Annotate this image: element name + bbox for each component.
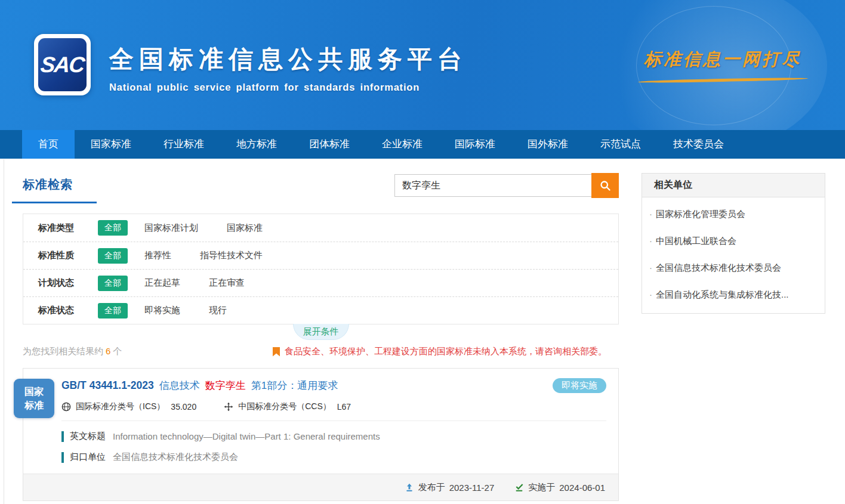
sac-logo[interactable]: SAC	[34, 34, 91, 95]
platform-subtitle: National public service platform for sta…	[109, 82, 467, 93]
filter-option[interactable]: 指导性技术文件	[200, 250, 263, 261]
standard-title-highlight[interactable]: 数字孪生	[205, 379, 246, 392]
type-badge-line2: 标准	[24, 398, 44, 412]
filter-label: 标准类型	[38, 222, 98, 234]
summary-prefix: 为您找到相关结果约	[23, 346, 103, 356]
sidebar-item-label: 国家标准化管理委员会	[656, 209, 745, 219]
bullet: ·	[649, 289, 652, 299]
nav-item-technical-committee[interactable]: 技术委员会	[657, 130, 740, 159]
standard-title-row: GB/T 43441.1-2023 信息技术 数字孪生 第1部分：通用要求 即将…	[61, 378, 606, 393]
main-nav: 首页 国家标准 行业标准 地方标准 团体标准 企业标准 国际标准 国外标准 示范…	[0, 130, 845, 159]
filter-option[interactable]: 国家标准计划	[144, 222, 198, 234]
system-notice: 食品安全、环境保护、工程建设方面的国家标准未纳入本系统，请咨询相关部委。	[273, 346, 619, 357]
status-badge: 即将实施	[553, 378, 606, 393]
platform-title: 全国标准信息公共服务平台	[109, 43, 467, 76]
ics-value: 35.020	[171, 402, 196, 412]
main-column: 标准检索 标准类型 全部 国家标准计	[23, 173, 619, 501]
card-footer: 发布于 2023-11-27 实施于 2024-06-01	[23, 474, 618, 500]
sidebar-item-label: 全国信息技术标准化技术委员会	[656, 262, 781, 273]
bullet: ·	[649, 236, 652, 246]
nav-item-group-standards[interactable]: 团体标准	[293, 130, 366, 159]
filter-option[interactable]: 现行	[209, 305, 227, 316]
summary-suffix: 个	[113, 346, 122, 356]
filter-option[interactable]: 正在起草	[144, 277, 180, 289]
bookmark-icon	[273, 347, 280, 357]
globe-icon	[61, 402, 71, 412]
nav-item-foreign-standards[interactable]: 国外标准	[511, 130, 584, 159]
nav-item-national-standards[interactable]: 国家标准	[75, 130, 147, 159]
standard-type-badge: 国家 标准	[14, 379, 54, 418]
committee-value: 全国信息技术标准化技术委员会	[113, 452, 238, 463]
sidebar-item-machinery-federation[interactable]: ·中国机械工业联合会	[642, 228, 825, 255]
standard-title-part[interactable]: 第1部分：通用要求	[251, 379, 338, 392]
filter-selected-all[interactable]: 全部	[98, 303, 128, 319]
summary-count: 6	[103, 346, 113, 356]
card-divider	[61, 420, 606, 421]
filter-option[interactable]: 推荐性	[144, 250, 171, 261]
filter-label: 标准状态	[38, 305, 98, 316]
implement-date-item: 实施于 2024-06-01	[514, 482, 605, 493]
expand-conditions-button[interactable]: 展开条件	[293, 324, 349, 340]
filter-option[interactable]: 国家标准	[227, 222, 263, 234]
ccs-label: 中国标准分类号（CCS）	[238, 401, 331, 412]
bullet: ·	[649, 262, 652, 273]
search-button[interactable]	[591, 173, 619, 198]
sidebar-item-it-standardization-committee[interactable]: ·全国信息技术标准化技术委员会	[642, 255, 825, 282]
teal-bar-decoration	[61, 452, 64, 463]
committee-row: 归口单位 全国信息技术标准化技术委员会	[61, 452, 606, 463]
teal-bar-decoration	[61, 431, 64, 442]
implement-date: 2024-06-01	[559, 483, 605, 493]
english-title-label: 英文标题	[70, 431, 106, 442]
bullet: ·	[649, 209, 652, 219]
sidebar-item-sac[interactable]: ·国家标准化管理委员会	[642, 201, 825, 228]
committee-label: 归口单位	[70, 452, 106, 463]
publish-date: 2023-11-27	[449, 483, 495, 493]
content-area: 标准检索 标准类型 全部 国家标准计	[0, 159, 845, 501]
result-info-row: 为您找到相关结果约6个 食品安全、环境保护、工程建设方面的国家标准未纳入本系统，…	[23, 346, 619, 357]
type-badge-line1: 国家	[24, 385, 44, 398]
filter-row-standard-status: 标准状态 全部 即将实施 现行	[23, 296, 618, 324]
nav-item-local-standards[interactable]: 地方标准	[220, 130, 293, 159]
classification-row: 国际标准分类号（ICS） 35.020 中国标准分类号（CCS）	[61, 401, 606, 412]
filter-row-standard-type: 标准类型 全部 国家标准计划 国家标准	[23, 214, 618, 242]
filter-selected-all[interactable]: 全部	[98, 220, 128, 236]
filter-option[interactable]: 正在审查	[209, 277, 245, 289]
filter-label: 计划状态	[38, 277, 98, 289]
page-title: 标准检索	[23, 178, 73, 191]
filter-selected-all[interactable]: 全部	[98, 276, 128, 291]
related-units-box: 相关单位 ·国家标准化管理委员会 ·中国机械工业联合会 ·全国信息技术标准化技术…	[642, 173, 825, 314]
nav-item-enterprise-standards[interactable]: 企业标准	[366, 130, 439, 159]
result-card: 国家 标准 GB/T 43441.1-2023 信息技术 数字孪生 第1部分：通…	[23, 368, 619, 501]
implement-label: 实施于	[528, 482, 555, 493]
filter-selected-all[interactable]: 全部	[98, 248, 128, 264]
search-input[interactable]	[394, 174, 591, 197]
publish-label: 发布于	[418, 482, 445, 493]
sac-logo-inner: SAC	[38, 38, 87, 91]
filter-label: 标准性质	[38, 250, 98, 261]
slogan-area: 标准信息一网打尽	[633, 48, 812, 82]
sidebar-item-automation-systems-committee[interactable]: ·全国自动化系统与集成标准化技...	[642, 282, 825, 308]
section-title-underline	[12, 202, 97, 203]
standard-title-part[interactable]: 信息技术	[159, 379, 200, 392]
search-box	[394, 173, 619, 198]
filter-panel: 标准类型 全部 国家标准计划 国家标准 标准性质 全部 推荐性 指导性技术文件 …	[23, 214, 619, 324]
nav-item-industry-standards[interactable]: 行业标准	[147, 130, 220, 159]
card-main: GB/T 43441.1-2023 信息技术 数字孪生 第1部分：通用要求 即将…	[23, 369, 618, 463]
sidebar-item-label: 全国自动化系统与集成标准化技...	[656, 289, 789, 299]
publish-date-item: 发布于 2023-11-27	[405, 482, 495, 493]
nav-item-pilot[interactable]: 示范试点	[584, 130, 657, 159]
standard-code-link[interactable]: GB/T 43441.1-2023	[61, 379, 154, 392]
filter-option[interactable]: 即将实施	[144, 305, 180, 316]
check-icon	[514, 483, 524, 492]
platform-title-block: 全国标准信息公共服务平台 National public service pla…	[109, 43, 467, 93]
search-row: 标准检索	[23, 173, 619, 206]
section-title-wrap: 标准检索	[23, 173, 97, 203]
nav-item-home[interactable]: 首页	[22, 130, 75, 159]
notice-text: 食品安全、环境保护、工程建设方面的国家标准未纳入本系统，请咨询相关部委。	[285, 346, 607, 357]
site-header: SAC 全国标准信息公共服务平台 National public service…	[0, 0, 845, 130]
upload-icon	[405, 483, 414, 492]
related-units-title: 相关单位	[642, 174, 825, 197]
nav-item-international-standards[interactable]: 国际标准	[439, 130, 511, 159]
filter-row-standard-nature: 标准性质 全部 推荐性 指导性技术文件	[23, 242, 618, 269]
related-units-list: ·国家标准化管理委员会 ·中国机械工业联合会 ·全国信息技术标准化技术委员会 ·…	[642, 197, 825, 313]
